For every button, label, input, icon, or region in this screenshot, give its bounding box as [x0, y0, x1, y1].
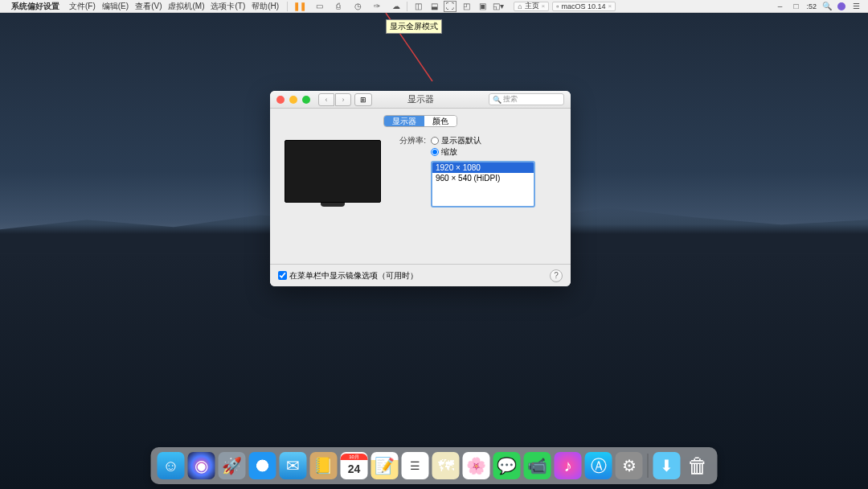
link-icon[interactable]: ✑ [371, 2, 383, 11]
dock-siri[interactable]: ◉ [188, 452, 215, 479]
system-preferences-window: ‹ › ⊞ 显示器 🔍 搜索 显示器 颜色 分辨率: 显示器默认 缩放 1920… [270, 91, 571, 286]
dock-trash[interactable]: 🗑 [684, 452, 711, 479]
dock-launchpad[interactable]: 🚀 [219, 452, 246, 479]
maximize-box-icon[interactable]: □ [790, 2, 801, 11]
search-icon[interactable]: 🔍 [821, 2, 833, 11]
sidebar-bottom-icon[interactable]: ⬓ [428, 2, 440, 11]
dock-messages[interactable]: 💬 [493, 452, 521, 479]
dock-calendar[interactable]: 10月 24 [341, 452, 368, 479]
dock-mail[interactable]: ✉ [280, 452, 307, 479]
dock-system-preferences[interactable]: ⚙ [616, 452, 643, 479]
window-icon[interactable]: ▣ [477, 2, 488, 11]
list-icon[interactable]: ☰ [850, 2, 862, 11]
dock-itunes[interactable]: ♪ [555, 452, 582, 479]
menu-help[interactable]: 帮助(H) [252, 1, 279, 12]
resolution-label: 分辨率: [392, 135, 426, 146]
radio-scaled[interactable]: 缩放 [431, 146, 535, 158]
vm-toolbar: 系统偏好设置 文件(F) 编辑(E) 查看(V) 虚拟机(M) 选项卡(T) 帮… [0, 0, 868, 13]
forward-button[interactable]: › [335, 93, 351, 106]
pause-icon[interactable]: ❚❚ [294, 2, 305, 11]
printer-icon[interactable]: ⎙ [333, 2, 344, 11]
clock-text: :52 [806, 2, 817, 10]
radio-default[interactable]: 显示器默认 [431, 135, 535, 146]
fullscreen-tooltip: 显示全屏模式 [386, 19, 442, 34]
show-all-button[interactable]: ⊞ [354, 93, 372, 106]
resolution-option[interactable]: 960 × 540 (HiDPI) [432, 173, 534, 183]
fit-icon[interactable]: ◱▾ [493, 2, 504, 11]
fullscreen-icon[interactable]: ⛶ [444, 2, 456, 11]
cloud-icon[interactable]: ☁ [391, 2, 402, 11]
dock-downloads[interactable]: ⬇ [653, 452, 681, 479]
menu-tabs[interactable]: 选项卡(T) [211, 1, 245, 12]
menu-edit[interactable]: 编辑(E) [102, 1, 129, 12]
close-window-icon[interactable] [276, 96, 285, 104]
tab-segmented-control: 显示器 颜色 [383, 115, 457, 127]
maximize-window-icon[interactable] [302, 96, 310, 104]
menu-vm[interactable]: 虚拟机(M) [168, 1, 204, 12]
search-input[interactable]: 🔍 搜索 [489, 93, 564, 105]
monitor-preview-icon [285, 140, 381, 203]
close-icon[interactable]: × [608, 2, 612, 10]
tab-color[interactable]: 颜色 [424, 116, 457, 126]
notification-dot-icon[interactable] [837, 2, 845, 10]
dock-contacts[interactable]: 📒 [310, 452, 338, 479]
dock-notes[interactable]: 📝 [371, 452, 399, 479]
dock-photos[interactable]: 🌸 [463, 452, 490, 479]
snapshot-icon[interactable]: ▭ [313, 2, 325, 11]
mirror-checkbox-label: 在菜单栏中显示镜像选项（可用时） [289, 270, 418, 281]
dock-finder[interactable]: ☺ [158, 452, 185, 479]
dock: ☺ ◉ 🚀 ✦ ✉ 📒 10月 24 📝 ☰ 🗺 🌸 💬 📹 ♪ Ⓐ ⚙ ⬇ 🗑 [151, 447, 718, 484]
dock-safari[interactable]: ✦ [249, 452, 276, 479]
close-icon[interactable]: × [542, 2, 546, 10]
sidebar-left-icon[interactable]: ◫ [412, 2, 424, 11]
tab-home[interactable]: ⌂ 主页 × [514, 2, 549, 11]
help-button[interactable]: ? [550, 269, 563, 282]
mirror-checkbox[interactable] [278, 271, 287, 280]
unity-icon[interactable]: ◰ [461, 2, 472, 11]
dock-facetime[interactable]: 📹 [524, 452, 551, 479]
window-titlebar[interactable]: ‹ › ⊞ 显示器 🔍 搜索 [270, 91, 571, 109]
menu-file[interactable]: 文件(F) [69, 1, 96, 12]
tab-display[interactable]: 显示器 [384, 116, 424, 126]
menu-bar: 文件(F) 编辑(E) 查看(V) 虚拟机(M) 选项卡(T) 帮助(H) [64, 1, 284, 12]
clock-icon[interactable]: ◷ [352, 2, 363, 11]
minimize-icon[interactable]: – [774, 2, 785, 11]
minimize-window-icon[interactable] [289, 96, 297, 104]
dock-appstore[interactable]: Ⓐ [585, 452, 612, 479]
app-name[interactable]: 系统偏好设置 [11, 1, 59, 12]
dock-separator [648, 454, 649, 478]
menu-view[interactable]: 查看(V) [135, 1, 162, 12]
tab-macos[interactable]: ▫ macOS 10.14 × [552, 2, 616, 11]
window-title: 显示器 [407, 93, 434, 105]
dock-maps[interactable]: 🗺 [432, 452, 460, 479]
back-button[interactable]: ‹ [318, 93, 334, 106]
resolution-list: 1920 × 1080 960 × 540 (HiDPI) [431, 161, 535, 208]
dock-reminders[interactable]: ☰ [402, 452, 429, 479]
resolution-option[interactable]: 1920 × 1080 [432, 162, 534, 173]
